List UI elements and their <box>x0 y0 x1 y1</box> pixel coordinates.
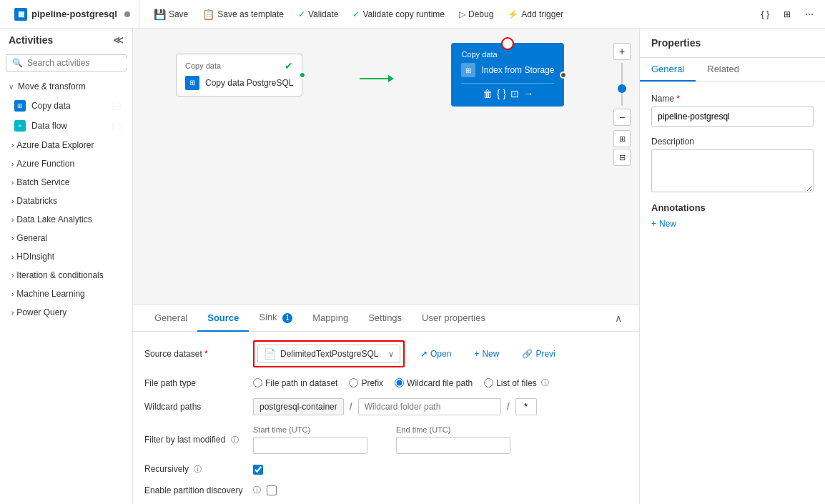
tab-general[interactable]: General <box>144 305 197 332</box>
wildcard-folder-input[interactable] <box>358 398 501 415</box>
chevron-right-icon-8: › <box>11 272 14 280</box>
info-icon-filter: ⓘ <box>231 435 239 444</box>
collapse-panel-button[interactable]: ∧ <box>609 307 628 330</box>
sidebar-section-move-transform[interactable]: ∨ Move & transform <box>0 77 132 96</box>
wildcard-paths-label: Wildcard paths <box>144 402 244 412</box>
code-view-button[interactable]: { } <box>756 6 775 22</box>
required-marker: * <box>204 349 208 359</box>
tab-mapping[interactable]: Mapping <box>302 305 358 332</box>
preview-dataset-button[interactable]: 🔗 Previ <box>515 346 562 362</box>
save-button[interactable]: 💾 Save <box>148 6 194 23</box>
radio-file-path-in-dataset-input[interactable] <box>253 378 262 387</box>
sidebar-section-azure-data-explorer[interactable]: ›Azure Data Explorer <box>0 136 132 154</box>
pipeline-title: ▦ pipeline-postgresql <box>6 0 139 28</box>
top-bar: ▦ pipeline-postgresql 💾 Save 📋 Save as t… <box>0 0 825 29</box>
name-input[interactable] <box>651 107 814 127</box>
radio-wildcard-file-path[interactable]: Wildcard file path <box>395 378 473 388</box>
grid-view-button[interactable]: ⊟ <box>613 149 631 166</box>
radio-list-input[interactable] <box>484 378 493 387</box>
activities-title: Activities <box>9 34 53 46</box>
tab-source[interactable]: Source <box>197 305 249 332</box>
dataset-select[interactable]: 📄 DelimitedTextPostgreSQL ∨ <box>257 345 400 363</box>
tab-sink[interactable]: Sink 1 <box>249 305 302 332</box>
prop-tab-general[interactable]: General <box>640 58 696 81</box>
search-input[interactable] <box>27 58 133 68</box>
node-copy-data-postgresql[interactable]: Copy data ✔ ⊞ Copy data PostgreSQL <box>176 54 302 97</box>
annotations-label: Annotations <box>651 202 814 213</box>
node1-header: Copy data ✔ <box>185 60 293 71</box>
sidebar-section-iteration-conditionals[interactable]: ›Iteration & conditionals <box>0 266 132 285</box>
wildcard-file-input[interactable] <box>515 398 537 415</box>
sidebar-item-copy-data[interactable]: ⊞ Copy data ⋮⋮ <box>0 96 132 116</box>
properties-panel: Properties General Related Name * Descri… <box>639 29 825 504</box>
annotations-section: Annotations + New <box>651 202 814 229</box>
pipeline-icon: ▦ <box>14 8 27 21</box>
zoom-out-button[interactable]: − <box>613 109 631 126</box>
source-dataset-row: Source dataset * 📄 DelimitedTextPostgreS… <box>144 340 628 367</box>
description-field: Description <box>651 137 814 192</box>
more-options-button[interactable]: ⋯ <box>799 6 819 22</box>
validate-button[interactable]: ✓ Validate <box>292 6 344 22</box>
radio-file-path-in-dataset[interactable]: File path in dataset <box>253 378 337 388</box>
node2-delete-icon[interactable]: 🗑 <box>483 88 493 99</box>
wildcard-paths-row: Wildcard paths postgresql-container / / <box>144 398 628 415</box>
start-time-input[interactable] <box>253 437 367 454</box>
properties-title: Properties <box>651 37 701 49</box>
sidebar-section-azure-function[interactable]: ›Azure Function <box>0 154 132 173</box>
sidebar-section-data-lake-analytics[interactable]: ›Data Lake Analytics <box>0 210 132 229</box>
radio-wildcard-input[interactable] <box>395 378 404 387</box>
wildcard-row: postgresql-container / / <box>253 398 537 415</box>
file-path-type-row: File path type File path in dataset Pref… <box>144 377 628 388</box>
description-textarea[interactable] <box>651 149 814 192</box>
sidebar-section-hdinsight[interactable]: ›HDInsight <box>0 247 132 266</box>
sidebar-section-batch-service[interactable]: ›Batch Service <box>0 173 132 192</box>
data-flow-item-left: ≈ Data flow <box>14 120 67 132</box>
add-annotation-button[interactable]: + New <box>651 219 814 229</box>
unsaved-indicator <box>124 11 130 17</box>
node-index-from-storage[interactable]: Copy data ⊞ Index from Storage 🗑 { } ⊡ → <box>451 43 564 107</box>
new-dataset-button[interactable]: + New <box>467 346 506 362</box>
drag-handle-icon-2[interactable]: ⋮⋮ <box>109 122 124 130</box>
radio-prefix[interactable]: Prefix <box>349 378 383 388</box>
radio-prefix-input[interactable] <box>349 378 358 387</box>
save-as-template-button[interactable]: 📋 Save as template <box>197 6 290 23</box>
search-box[interactable]: 🔍 <box>6 54 127 71</box>
partition-checkbox[interactable] <box>267 485 277 495</box>
bottom-panel: General Source Sink 1 Mapping Settings U… <box>133 304 639 504</box>
source-dataset-label: Source dataset * <box>144 349 244 359</box>
node1-type-label: Copy data <box>185 61 221 70</box>
end-time-input[interactable] <box>396 437 510 454</box>
sidebar-item-data-flow[interactable]: ≈ Data flow ⋮⋮ <box>0 116 132 136</box>
tab-settings[interactable]: Settings <box>358 305 412 332</box>
fit-to-screen-button[interactable]: ⊞ <box>613 130 631 147</box>
chevron-right-icon-2: › <box>11 160 14 168</box>
node2-arrow-icon[interactable]: → <box>523 88 533 99</box>
open-dataset-button[interactable]: ↗ Open <box>413 346 458 362</box>
sidebar-section-general[interactable]: ›General <box>0 229 132 247</box>
node2-code-icon[interactable]: { } <box>497 88 506 99</box>
collapse-left-icon[interactable]: ≪ <box>113 34 124 46</box>
add-trigger-button[interactable]: ⚡ Add trigger <box>502 6 569 22</box>
radio-list-label: List of files <box>496 378 537 388</box>
drag-handle-icon[interactable]: ⋮⋮ <box>109 102 124 110</box>
zoom-in-button[interactable]: + <box>613 43 631 60</box>
zoom-slider-thumb[interactable] <box>618 84 626 93</box>
save-icon: 💾 <box>154 9 166 20</box>
node2-copy-icon[interactable]: ⊡ <box>510 88 519 99</box>
prop-tab-related[interactable]: Related <box>696 58 751 81</box>
recursively-checkbox[interactable] <box>253 465 263 475</box>
radio-list-of-files[interactable]: List of files ⓘ <box>484 377 549 388</box>
debug-button[interactable]: ▷ Debug <box>453 6 499 22</box>
sidebar-section-databricks[interactable]: ›Databricks <box>0 192 132 210</box>
sidebar-collapse-icons[interactable]: ≪ <box>113 34 124 46</box>
tab-user-properties[interactable]: User properties <box>412 305 495 332</box>
sidebar-section-machine-learning[interactable]: ›Machine Learning <box>0 285 132 303</box>
properties-toggle-button[interactable]: ⊞ <box>778 6 796 22</box>
chevron-right-icon-10: › <box>11 309 14 317</box>
sidebar-section-power-query[interactable]: ›Power Query <box>0 303 132 322</box>
radio-wildcard-label: Wildcard file path <box>407 378 473 388</box>
node1-icon: ⊞ <box>185 76 199 90</box>
chevron-right-icon-4: › <box>11 197 14 205</box>
radio-file-path-in-dataset-label: File path in dataset <box>265 378 337 388</box>
validate-copy-runtime-button[interactable]: ✓ Validate copy runtime <box>347 6 450 22</box>
